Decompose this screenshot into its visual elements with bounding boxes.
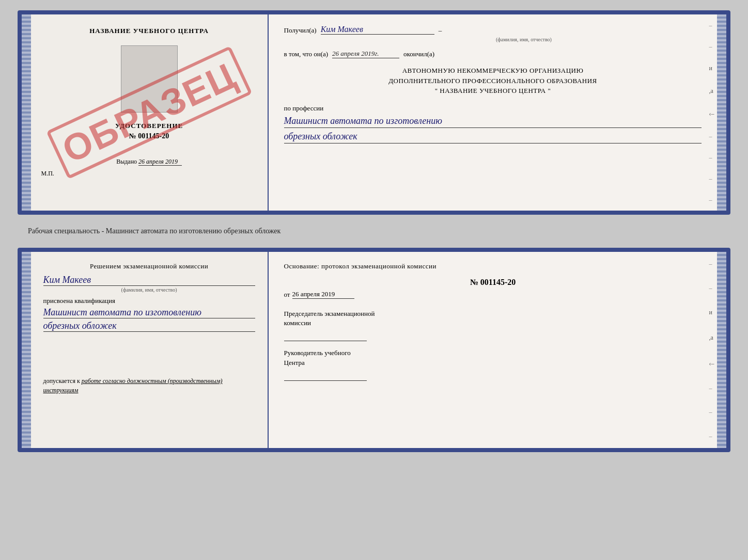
dopusk-prefix: допускается к — [43, 377, 80, 385]
org-block: АВТОНОМНУЮ НЕКОММЕРЧЕСКУЮ ОРГАНИЗАЦИЮ ДО… — [284, 66, 702, 96]
profession-block: по профессии Машинист автомата по изгото… — [284, 104, 702, 143]
right-side-dashes: – – и ,а ‹– – – – – — [709, 14, 714, 211]
osnovanie-label: Основание: протокол экзаменационной коми… — [284, 262, 702, 270]
chairman-label1: Председатель экзаменационной — [284, 309, 702, 318]
poluchil-label: Получил(а) — [284, 26, 317, 35]
prisvoena-label: присвоена квалификация — [43, 297, 255, 305]
vtom-date: 26 апреля 2019г. — [332, 50, 399, 58]
school-name-top: НАЗВАНИЕ УЧЕБНОГО ЦЕНТРА — [89, 27, 209, 35]
org-line2: ДОПОЛНИТЕЛЬНОГО ПРОФЕССИОНАЛЬНОГО ОБРАЗО… — [284, 76, 702, 86]
udostoverenie-label: УДОСТОВЕРЕНИЕ — [115, 122, 183, 130]
bottom-right-panel: Основание: протокол экзаменационной коми… — [269, 252, 718, 448]
bottom-left-panel: Решением экзаменационной комиссии Ким Ма… — [31, 252, 269, 448]
org-line3: " НАЗВАНИЕ УЧЕБНОГО ЦЕНТРА " — [284, 86, 702, 96]
chairman-sign-line — [284, 330, 367, 341]
recipient-dash: – — [439, 26, 442, 35]
bottom-left-binding — [22, 252, 31, 448]
komissia-name: Ким Макеев — [43, 275, 255, 286]
rukovod-label2: Центра — [284, 358, 702, 367]
org-line1: АВТОНОМНУЮ НЕКОММЕРЧЕСКУЮ ОРГАНИЗАЦИЮ — [284, 66, 702, 76]
dopuskaetsya-text: допускается к работе согласно должностны… — [43, 376, 255, 395]
vydano-date: 26 апреля 2019 — [138, 158, 182, 166]
rukovod-label1: Руководитель учебного — [284, 348, 702, 358]
kvalif-line1: Машинист автомата по изготовлению — [43, 307, 255, 318]
chairman-block: Председатель экзаменационной комиссии — [284, 309, 702, 341]
profession-line2: обрезных обложек — [284, 130, 702, 143]
profession-label: по профессии — [284, 104, 702, 113]
resheniem-block: Решением экзаменационной комиссии — [90, 262, 208, 270]
vtom-line: в том, что он(а) 26 апреля 2019г. окончи… — [284, 50, 702, 58]
recipient-line: Получил(а) Ким Макеев – — [284, 25, 702, 35]
bottom-right-binding — [717, 252, 726, 448]
ot-date: 26 апреля 2019 — [292, 290, 354, 299]
photo-placeholder — [121, 45, 178, 113]
rukovod-block: Руководитель учебного Центра — [284, 348, 702, 380]
vtom-label: в том, что он(а) — [284, 50, 329, 58]
right-binding — [717, 14, 726, 211]
top-left-panel: НАЗВАНИЕ УЧЕБНОГО ЦЕНТРА ОБРАЗЕЦ УДОСТОВ… — [31, 14, 269, 211]
chairman-label2: комиссии — [284, 318, 702, 328]
rukovod-sign-line — [284, 370, 367, 381]
protocol-date: от 26 апреля 2019 — [284, 290, 702, 299]
bottom-document-card: Решением экзаменационной комиссии Ким Ма… — [18, 248, 730, 452]
resheniem-label: Решением экзаменационной комиссии — [90, 262, 208, 270]
fio-hint-bottom: (фамилия, имя, отчество) — [43, 287, 255, 293]
doc-number-top: № 001145-20 — [129, 132, 169, 140]
vydano-line: Выдано 26 апреля 2019 — [116, 158, 182, 166]
bottom-right-side-dashes: – – и ,а ‹– – – – — [709, 252, 714, 448]
kvalif-line2: обрезных обложек — [43, 321, 255, 332]
top-right-panel: Получил(а) Ким Макеев – (фамилия, имя, о… — [269, 14, 718, 211]
left-binding — [22, 14, 31, 211]
mp-label: М.П. — [41, 170, 54, 178]
ot-label: от — [284, 291, 290, 299]
protocol-number: № 001145-20 — [284, 278, 702, 287]
profession-line1: Машинист автомата по изготовлению — [284, 115, 702, 128]
okoncil-label: окончил(а) — [403, 50, 434, 58]
fio-hint-top: (фамилия, имя, отчество) — [346, 37, 702, 42]
top-document-card: НАЗВАНИЕ УЧЕБНОГО ЦЕНТРА ОБРАЗЕЦ УДОСТОВ… — [18, 10, 730, 215]
recipient-name: Ким Макеев — [321, 25, 434, 35]
separator-text: Рабочая специальность - Машинист автомат… — [18, 224, 730, 238]
vydano-prefix: Выдано — [116, 158, 137, 165]
